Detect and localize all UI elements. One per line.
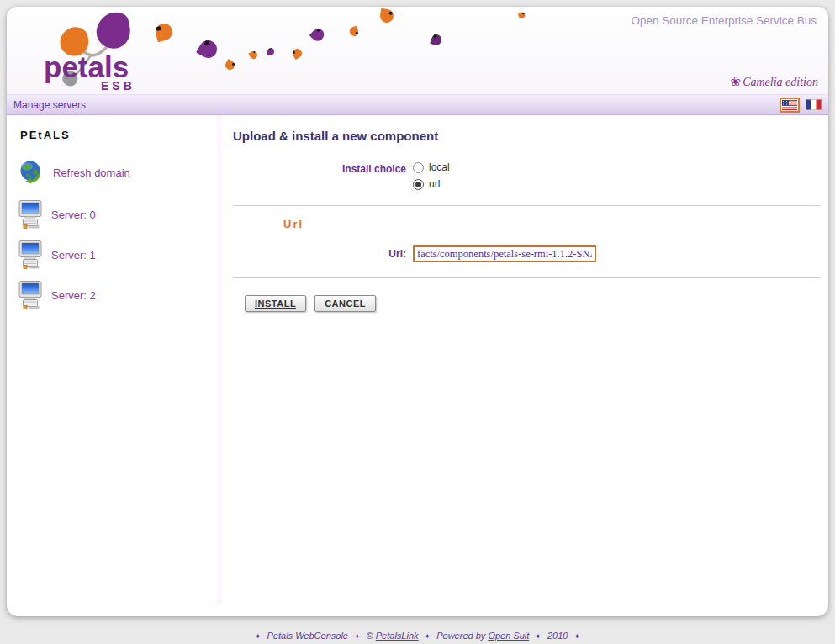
footer-powered-by: Powered by xyxy=(436,631,485,641)
header-tagline: Open Source Enterprise Service Bus xyxy=(631,14,817,27)
main-panel: Upload & install a new component Install… xyxy=(219,115,828,616)
app-window: petals ESB Open Source Enterprise Servic… xyxy=(7,7,828,616)
petal-decoration xyxy=(348,26,359,38)
fr-flag-button[interactable] xyxy=(806,99,822,110)
url-section-title: Url xyxy=(283,218,823,230)
refresh-domain-label: Refresh domain xyxy=(53,166,130,179)
radio-local-icon[interactable] xyxy=(413,162,424,173)
section-divider xyxy=(233,205,820,206)
footer-webconsole: Petals WebConsole xyxy=(267,631,348,641)
petal-decoration xyxy=(309,26,327,44)
petal-decoration xyxy=(379,8,395,24)
sidebar: PEtALS Refresh domain xyxy=(7,115,219,616)
footer-copyright-symbol: © xyxy=(367,631,373,641)
url-input[interactable] xyxy=(413,245,596,262)
server-icon xyxy=(18,281,42,310)
server-icon xyxy=(18,240,42,270)
radio-url-label: url xyxy=(429,178,440,190)
cancel-button[interactable]: CANCEL xyxy=(314,295,376,312)
sidebar-item-server-1[interactable]: Server: 1 xyxy=(18,240,219,270)
petalslink-link[interactable]: PetalsLink xyxy=(376,631,419,641)
url-field-row: Url: xyxy=(233,245,823,262)
server-label: Server: 2 xyxy=(51,289,96,302)
breadcrumb: Manage servers xyxy=(13,99,86,111)
us-flag-button[interactable] xyxy=(780,98,800,113)
diamond-icon: ✦ xyxy=(351,632,364,641)
content-area: PEtALS Refresh domain xyxy=(7,115,828,616)
server-label: Server: 1 xyxy=(51,249,96,261)
radio-option-local[interactable]: local xyxy=(413,161,450,173)
language-switcher xyxy=(780,98,822,113)
refresh-domain-link[interactable]: Refresh domain xyxy=(18,160,219,185)
radio-local-label: local xyxy=(429,161,450,173)
install-choice-label: Install choice xyxy=(233,161,413,190)
diamond-icon: ✦ xyxy=(421,632,435,641)
install-button[interactable]: INSTALL xyxy=(245,295,306,312)
us-flag-icon xyxy=(782,100,797,110)
diamond-icon: ✦ xyxy=(531,632,545,641)
petal-decoration xyxy=(430,33,443,46)
petal-decoration xyxy=(248,50,258,60)
globe-refresh-icon xyxy=(18,160,44,185)
footer: ✦ Petals WebConsole ✦ © PetalsLink ✦ Pow… xyxy=(0,631,835,641)
sidebar-item-server-0[interactable]: Server: 0 xyxy=(18,200,219,230)
server-icon xyxy=(18,200,42,230)
fr-flag-icon xyxy=(806,99,822,110)
edition-label: ❀Camelia edition xyxy=(731,74,818,89)
opensuit-link[interactable]: Open Suit xyxy=(488,631,529,641)
logo-esb-label: ESB xyxy=(101,79,135,92)
form-actions: INSTALL CANCEL xyxy=(245,295,823,312)
url-field-label: Url: xyxy=(233,248,413,260)
server-label: Server: 0 xyxy=(51,209,96,221)
install-choice-options: local url xyxy=(413,161,450,190)
install-choice-row: Install choice local url xyxy=(233,161,823,190)
petals-esb-logo: petals ESB xyxy=(40,7,158,94)
radio-option-url[interactable]: url xyxy=(413,178,450,190)
section-divider xyxy=(233,277,820,278)
radio-url-icon[interactable] xyxy=(413,179,424,190)
diamond-icon: ✦ xyxy=(571,632,584,641)
navbar: Manage servers xyxy=(7,94,828,115)
diamond-icon: ✦ xyxy=(251,632,265,641)
petal-decoration xyxy=(196,37,220,61)
petal-decoration xyxy=(518,12,526,18)
footer-year: 2010 xyxy=(547,631,568,641)
camelia-flower-icon: ❀ xyxy=(731,75,742,88)
header: petals ESB Open Source Enterprise Servic… xyxy=(7,7,828,94)
sidebar-title: PEtALS xyxy=(20,129,219,141)
edition-text: Camelia edition xyxy=(743,76,818,88)
sidebar-item-server-2[interactable]: Server: 2 xyxy=(18,281,219,310)
petal-decoration xyxy=(267,47,274,55)
petal-decoration xyxy=(224,59,236,71)
page-title: Upload & install a new component xyxy=(233,129,823,143)
petal-decoration xyxy=(291,47,304,60)
